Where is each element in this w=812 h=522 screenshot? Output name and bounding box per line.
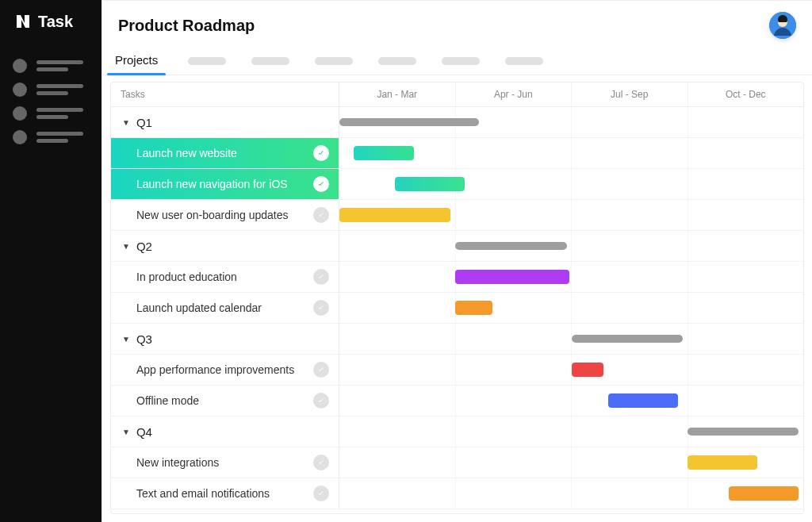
gantt-bar[interactable] xyxy=(608,393,678,408)
group-label-cell[interactable]: Q4 xyxy=(111,416,339,447)
tab-placeholder[interactable] xyxy=(251,57,289,65)
gantt-bar[interactable] xyxy=(455,301,492,315)
sidebar-dot-icon xyxy=(13,106,27,121)
column-header-q4: Oct - Dec xyxy=(688,83,804,106)
caret-down-icon[interactable] xyxy=(122,335,130,344)
gantt-bar[interactable] xyxy=(688,455,757,470)
task-label: In product education xyxy=(136,271,237,283)
group-label-cell[interactable]: Q3 xyxy=(111,324,339,354)
sidebar-nav xyxy=(0,59,102,144)
column-header-tasks: Tasks xyxy=(111,83,339,106)
task-row[interactable]: New user on-boarding updates xyxy=(111,200,803,231)
task-row[interactable]: In product education xyxy=(111,262,803,293)
tab-placeholder[interactable] xyxy=(315,57,353,65)
gantt-cell xyxy=(339,169,803,199)
gantt-cell xyxy=(339,324,803,354)
grid-body[interactable]: Q1Launch new websiteLaunch new navigatio… xyxy=(111,107,803,513)
task-row[interactable]: Launch new navigation for iOS xyxy=(111,169,803,200)
task-label-cell[interactable]: New user on-boarding updates xyxy=(111,200,339,230)
task-label-cell[interactable]: Text and email notifications xyxy=(111,478,339,509)
column-header-q3: Jul - Sep xyxy=(572,83,688,106)
gantt-bar[interactable] xyxy=(572,335,683,343)
caret-down-icon[interactable] xyxy=(122,242,130,251)
sidebar-item[interactable] xyxy=(13,130,89,144)
task-row[interactable]: App performance improvements xyxy=(111,355,803,386)
check-pending-icon[interactable] xyxy=(313,362,329,378)
task-row[interactable]: Text and email notifications xyxy=(111,478,803,509)
task-label: Launch updated calendar xyxy=(136,301,262,314)
group-label: Q2 xyxy=(136,240,152,253)
grid-header: Tasks Jan - Mar Apr - Jun Jul - Sep Oct … xyxy=(111,83,803,107)
task-label-cell[interactable]: Offline mode xyxy=(111,386,339,416)
tab-projects[interactable]: Projects xyxy=(110,47,163,75)
gantt-cell xyxy=(339,386,803,416)
tab-placeholder[interactable] xyxy=(442,57,480,65)
check-pending-icon[interactable] xyxy=(313,393,329,409)
caret-down-icon[interactable] xyxy=(122,428,130,436)
check-pending-icon[interactable] xyxy=(313,486,329,501)
check-done-icon[interactable] xyxy=(313,176,329,192)
task-row[interactable]: Launch updated calendar xyxy=(111,293,803,324)
task-label-cell[interactable]: Launch new navigation for iOS xyxy=(111,169,339,199)
task-row[interactable]: Offline mode xyxy=(111,386,803,416)
check-pending-icon[interactable] xyxy=(313,207,329,223)
gantt-bar[interactable] xyxy=(339,118,479,126)
task-label: Launch new navigation for iOS xyxy=(136,178,288,190)
check-pending-icon[interactable] xyxy=(313,455,329,470)
sidebar-item[interactable] xyxy=(13,83,89,97)
column-header-q1: Jan - Mar xyxy=(339,83,456,106)
page-title: Product Roadmap xyxy=(118,17,255,35)
tab-placeholder[interactable] xyxy=(378,57,416,65)
main: Product Roadmap Projects Tasks xyxy=(102,0,812,522)
check-done-icon[interactable] xyxy=(313,145,329,161)
task-row[interactable]: New integrations xyxy=(111,447,803,478)
gantt-cell xyxy=(339,231,803,261)
gantt-cell xyxy=(339,107,803,137)
group-row[interactable]: Q3 xyxy=(111,324,803,355)
task-label-cell[interactable]: App performance improvements xyxy=(111,355,339,385)
gantt-cell xyxy=(339,138,803,168)
gantt-cell xyxy=(339,355,803,385)
sidebar: Task xyxy=(0,0,102,522)
sidebar-item[interactable] xyxy=(13,106,89,121)
group-row[interactable]: Q1 xyxy=(111,107,803,138)
group-label: Q4 xyxy=(136,425,152,439)
gantt-bar[interactable] xyxy=(455,242,566,250)
gantt-bar[interactable] xyxy=(688,428,799,436)
gantt-bar[interactable] xyxy=(339,208,450,222)
task-label-cell[interactable]: Launch updated calendar xyxy=(111,293,339,323)
gantt-cell xyxy=(339,447,803,478)
sidebar-dot-icon xyxy=(13,83,27,97)
caret-down-icon[interactable] xyxy=(122,118,130,127)
avatar[interactable] xyxy=(769,12,796,39)
group-label-cell[interactable]: Q1 xyxy=(111,107,339,137)
gantt-bar[interactable] xyxy=(572,363,604,377)
check-pending-icon[interactable] xyxy=(313,269,329,285)
tab-placeholder[interactable] xyxy=(188,57,226,65)
gantt-bar[interactable] xyxy=(729,486,799,501)
group-row[interactable]: Q2 xyxy=(111,231,803,262)
gantt-bar[interactable] xyxy=(354,146,414,160)
check-pending-icon[interactable] xyxy=(313,300,329,316)
group-row[interactable]: Q4 xyxy=(111,416,803,447)
group-label: Q1 xyxy=(136,116,152,129)
gantt-cell xyxy=(339,262,803,292)
task-label: New user on-boarding updates xyxy=(136,209,288,221)
task-row[interactable]: Launch new website xyxy=(111,138,803,169)
task-label-cell[interactable]: Launch new website xyxy=(111,138,339,168)
logo-mark-icon xyxy=(13,11,33,32)
gantt-bar[interactable] xyxy=(395,177,465,191)
gantt-cell xyxy=(339,200,803,230)
task-label: Offline mode xyxy=(136,394,199,407)
tab-bar: Projects xyxy=(102,47,812,75)
column-header-q2: Apr - Jun xyxy=(456,83,573,106)
gantt-bar[interactable] xyxy=(455,270,569,284)
sidebar-item[interactable] xyxy=(13,59,89,73)
app-logo[interactable]: Task xyxy=(0,0,102,46)
task-label-cell[interactable]: New integrations xyxy=(111,447,339,478)
group-label-cell[interactable]: Q2 xyxy=(111,231,339,261)
task-label-cell[interactable]: In product education xyxy=(111,262,339,292)
app-name: Task xyxy=(38,13,73,31)
gantt-cell xyxy=(339,478,803,509)
tab-placeholder[interactable] xyxy=(505,57,543,65)
